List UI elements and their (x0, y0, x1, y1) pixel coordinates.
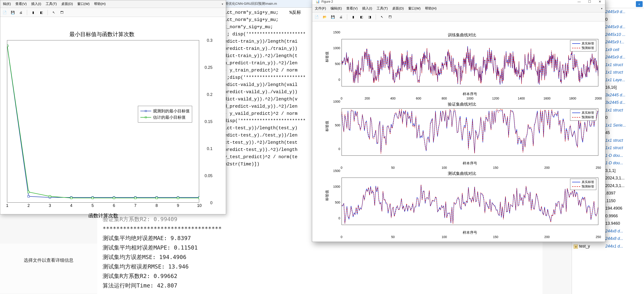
workspace-collapse-button[interactable]: « (636, 1, 643, 7)
chart-valid-box[interactable]: 真实标签 预测标签 (342, 108, 598, 156)
figure1-legend[interactable]: 观测到的最小目标值 估计的最小目标值 (138, 106, 192, 123)
figure1-x-ticks: 12345678910 (7, 203, 199, 210)
editor-code[interactable]: ict_norm*y_sig+y_mu; %反标 ict_norm*y_sig+… (224, 9, 316, 180)
menu-view[interactable]: 查看(V) (14, 1, 28, 7)
chart-train-svg (342, 39, 598, 86)
maximize-button[interactable]: ☐ (584, 0, 595, 5)
figure2-plots: 训练集曲线对比 标签值 050010001500 真实标签 预测标签 02004… (326, 32, 598, 233)
chart-test-ylabel: 标签值 (325, 190, 330, 201)
figure1-xlabel: 函数计算次数 (7, 212, 199, 219)
editor-tab[interactable]: 斯优化CNN-GRU回归预测\main.m (224, 0, 317, 8)
toolbar-separator (347, 14, 347, 20)
inspect-icon[interactable]: 🗔 (387, 14, 393, 20)
chart-legend[interactable]: 真实标签 预测标签 (570, 40, 596, 51)
menu-view[interactable]: 查看(V) (345, 6, 359, 11)
menu-edit[interactable]: 编辑(E) (329, 6, 343, 11)
pointer-icon[interactable]: ↖ (379, 14, 385, 20)
chart-test-yticks: 050010001500 (331, 171, 341, 218)
chart-legend[interactable]: 真实标签 预测标签 (570, 179, 596, 190)
new-figure-icon[interactable]: 📄 (2, 9, 8, 15)
chart-train[interactable]: 训练集曲线对比 标签值 050010001500 真实标签 预测标签 02004… (326, 32, 598, 97)
chart-test[interactable]: 测试集曲线对比 标签值 050010001500 真实标签 预测标签 05010… (326, 171, 598, 235)
menu-file[interactable]: 文件(F) (314, 6, 327, 11)
chart-valid-title: 验证集曲线对比 (326, 102, 598, 107)
figure1-axes[interactable]: 最小目标值与函数计算次数 00.050.10.150.20.250.3 1234… (5, 31, 222, 211)
figure1-window[interactable]: 辑(E) 查看(V) 插入(I) 工具(T) 桌面(D) 窗口(W) 帮助(H)… (0, 0, 226, 214)
figure2-menubar[interactable]: 文件(F) 编辑(E) 查看(V) 插入(I) 工具(T) 桌面(D) 窗口(W… (312, 5, 605, 12)
figure1-toolbar[interactable]: 📄 💾 🖨 ▮ ◧ ↖ 🗔 (0, 8, 226, 17)
svg-rect-12 (49, 195, 51, 197)
chart-test-title: 测试集曲线对比 (326, 171, 598, 176)
menu-insert[interactable]: 插入(I) (30, 1, 42, 7)
chart-legend[interactable]: 真实标签 预测标签 (570, 109, 596, 121)
menu-window[interactable]: 窗口(W) (76, 1, 91, 7)
menu-help[interactable]: 帮助(H) (424, 6, 438, 11)
figure1-y-ticks: 00.050.10.150.20.250.3 (200, 40, 212, 203)
menu-edit[interactable]: 辑(E) (2, 1, 12, 7)
workspace-row[interactable]: ⊞test_y244x1 d... (572, 243, 644, 250)
svg-rect-17 (156, 197, 158, 199)
close-button[interactable]: ✕ (595, 0, 605, 5)
menu-tools[interactable]: 工具(T) (375, 6, 389, 11)
svg-rect-14 (92, 197, 94, 199)
variable-icon: ⊞ (574, 245, 578, 249)
chart-train-yticks: 050010001500 (331, 32, 341, 80)
command-prompt[interactable]: fx >> (97, 293, 542, 294)
svg-rect-11 (28, 191, 30, 193)
dock-split-icon[interactable]: ◧ (38, 9, 44, 15)
figure2-titlebar[interactable]: 📊 Figure 2 — ☐ ✕ (312, 0, 605, 5)
chart-test-box[interactable]: 真实标签 预测标签 (342, 178, 598, 225)
save-icon[interactable]: 💾 (330, 14, 336, 20)
menu-desktop[interactable]: 桌面(D) (391, 6, 405, 11)
toolbar-separator (48, 10, 48, 15)
chart-test-xticks: 050100150200250 (342, 235, 598, 240)
menu-tools[interactable]: 工具(T) (44, 1, 58, 7)
chart-valid-xlabel: 样本序号 (342, 161, 598, 166)
chart-valid[interactable]: 验证集曲线对比 标签值 05001000 真实标签 预测标签 050100150… (326, 102, 598, 166)
dock-left-icon[interactable]: ▮ (350, 14, 356, 20)
dock-left-icon[interactable]: ▮ (30, 9, 36, 15)
chart-valid-svg (342, 109, 598, 155)
chart-valid-ylabel: 标签值 (325, 121, 330, 131)
chart-valid-yticks: 05001000 (331, 102, 341, 149)
print-icon[interactable]: 🖨 (18, 9, 24, 15)
toolbar-separator (27, 10, 27, 15)
figure2-title-text: Figure 2 (322, 0, 333, 3)
chart-train-title: 训练集曲线对比 (326, 32, 598, 38)
inspect-icon[interactable]: 🗔 (59, 9, 65, 15)
chart-train-box[interactable]: 真实标签 预测标签 (342, 39, 598, 86)
print-icon[interactable]: 🖨 (338, 14, 344, 20)
dock-right-icon[interactable]: ◨ (367, 14, 372, 20)
chart-test-xlabel: 样本序号 (342, 230, 598, 235)
menubar-overflow-icon[interactable]: ▾ (600, 6, 604, 11)
new-figure-icon[interactable]: 📄 (314, 14, 320, 20)
legend-observed: 观测到的最小目标值 (153, 108, 190, 114)
chart-train-ylabel: 标签值 (325, 51, 330, 62)
dock-split-icon[interactable]: ◧ (358, 14, 364, 20)
svg-rect-13 (70, 197, 72, 199)
chart-test-svg (342, 178, 598, 225)
save-icon[interactable]: 💾 (10, 9, 16, 15)
menu-help[interactable]: 帮助(H) (93, 1, 107, 7)
svg-rect-15 (113, 197, 115, 199)
chart-train-xlabel: 样本序号 (342, 92, 598, 97)
figure1-menubar[interactable]: 辑(E) 查看(V) 插入(I) 工具(T) 桌面(D) 窗口(W) 帮助(H)… (0, 0, 226, 8)
figure2-toolbar[interactable]: 📄 📂 💾 🖨 ▮ ◧ ◨ ↖ 🗔 (312, 12, 605, 21)
editor-panel: 斯优化CNN-GRU回归预测\main.m ict_norm*y_sig+y_m… (224, 0, 317, 214)
open-icon[interactable]: 📂 (322, 14, 328, 20)
pointer-icon[interactable]: ↖ (51, 9, 57, 15)
toolbar-separator (376, 14, 376, 20)
svg-rect-16 (134, 197, 136, 199)
svg-rect-1 (28, 195, 30, 197)
legend-estimated: 估计的最小目标值 (153, 115, 186, 120)
figure1-axes-box[interactable]: 00.050.10.150.20.250.3 12345678910 函数计算次… (7, 40, 199, 203)
menu-insert[interactable]: 插入(I) (361, 6, 374, 11)
details-panel: 选择文件以查看详细信息 (0, 244, 97, 293)
minimize-button[interactable]: — (574, 0, 584, 5)
figure1-title: 最小目标值与函数计算次数 (5, 31, 199, 38)
menu-window[interactable]: 窗口(W) (407, 6, 422, 11)
menu-desktop[interactable]: 桌面(D) (60, 1, 74, 7)
figure2-app-icon: 📊 (316, 0, 320, 3)
figure2-window[interactable]: 📊 Figure 2 — ☐ ✕ 文件(F) 编辑(E) 查看(V) 插入(I)… (312, 0, 605, 242)
menubar-overflow-icon[interactable]: ▾ (220, 2, 224, 6)
